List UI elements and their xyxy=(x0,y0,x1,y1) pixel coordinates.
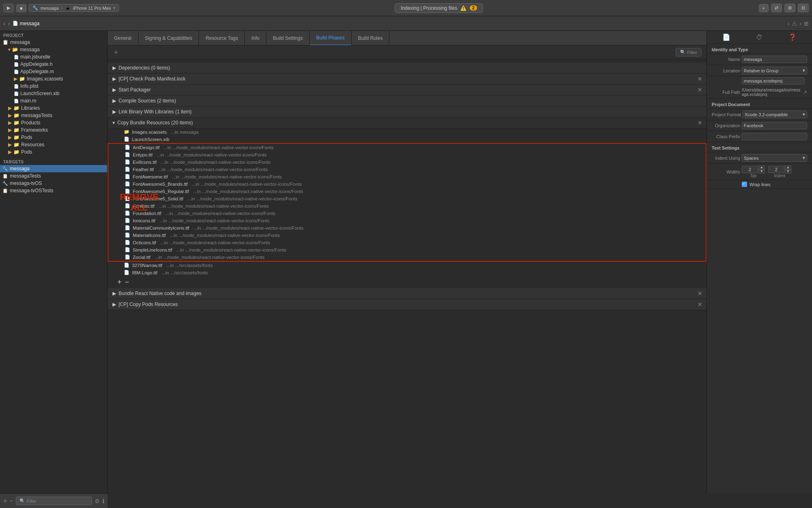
sidebar-settings-button[interactable]: ⚙ xyxy=(95,498,100,504)
sidebar-item-libraries[interactable]: ▶ 📁 Libraries xyxy=(0,104,107,112)
phase-dependencies[interactable]: ▶ Dependencies (0 items) xyxy=(108,63,706,74)
tab-general[interactable]: General xyxy=(108,31,138,46)
org-input[interactable] xyxy=(742,122,807,129)
bundle-item-foundation[interactable]: 📄 Foundation.ttf ...in .../node_modules/… xyxy=(108,210,706,217)
sidebar-item-main-m[interactable]: 📄 main.m xyxy=(0,97,107,104)
sidebar-item-resources[interactable]: ▶ 📁 Resources xyxy=(0,141,107,148)
indent-width-input[interactable] xyxy=(768,166,784,173)
bundle-item-antdesign[interactable]: 📄 AntDesign.ttf ...in .../node_modules/r… xyxy=(108,144,706,151)
inspector-button[interactable]: ⊟ xyxy=(798,4,809,12)
filename-input[interactable] xyxy=(742,77,805,85)
sidebar-item-messagatests-folder[interactable]: ▶ 📁 messagaTests xyxy=(0,112,107,119)
bundle-item-fontawesome[interactable]: 📄 FontAwesome.ttf ...in .../node_modules… xyxy=(108,173,706,180)
bundle-item-evilicons[interactable]: 📄 EvilIcons.ttf ...in .../node_modules/r… xyxy=(108,158,706,166)
sidebar-filter-input[interactable]: 🔍 Filter xyxy=(16,497,92,505)
sidebar-item-project[interactable]: 📋 messaga xyxy=(0,39,107,46)
phase-check-pods[interactable]: ▶ [CP] Check Pods Manifest.lock ✕ xyxy=(108,74,706,85)
sidebar-target-messaga[interactable]: 🔧 messaga xyxy=(0,165,107,172)
bundle-item-3270narrow[interactable]: 📄 3270Narrow.ttf ...in .../src/assets/fo… xyxy=(108,262,706,269)
filter-search-box[interactable]: 🔍 Filter xyxy=(676,48,702,56)
phase-close-start-packager[interactable]: ✕ xyxy=(698,87,702,93)
bundle-item-materialcommunity[interactable]: 📄 MaterialCommunityIcons.ttf ...in .../n… xyxy=(108,224,706,232)
nav-inspector-btn[interactable]: ⊞ xyxy=(804,20,809,27)
help-tab-button[interactable]: ❓ xyxy=(788,33,797,41)
phase-start-packager[interactable]: ▶ Start Packager ✕ xyxy=(108,85,706,96)
add-window-button[interactable]: + xyxy=(759,4,769,12)
nav-left-panel-toggle[interactable]: ‹ xyxy=(788,20,790,27)
sidebar-item-pods-folder[interactable]: ▶ 📁 Pods xyxy=(0,134,107,141)
tab-width-down-button[interactable]: ▼ xyxy=(758,169,765,174)
history-tab-button[interactable]: ⏱ xyxy=(756,33,762,41)
stop-button[interactable]: ■ xyxy=(16,4,26,12)
full-path-reveal-button[interactable]: ↗ xyxy=(803,89,807,95)
sidebar-target-tvostests[interactable]: 📋 messaga-tvOSTests xyxy=(0,187,107,194)
sidebar-item-images-xcassets[interactable]: ▶ 📁 Images.xcassets xyxy=(0,75,107,82)
format-dropdown[interactable]: Xcode 3.2-compatible ▾ xyxy=(743,111,807,118)
location-dropdown[interactable]: Relative to Group ▾ xyxy=(742,67,807,74)
bundle-item-ionicons[interactable]: 📄 Ionicons.ttf ...in .../node_modules/re… xyxy=(108,217,706,224)
add-phase-button[interactable]: + xyxy=(112,49,119,56)
remove-sidebar-item-button[interactable]: − xyxy=(9,497,13,505)
sidebar-target-tvos[interactable]: 🔧 messaga-tvOS xyxy=(0,180,107,187)
scheme-selector[interactable]: 🔧 messaga › 📱 iPhone 11 Pro Max ▾ xyxy=(29,4,119,12)
tab-resource-tags[interactable]: Resource Tags xyxy=(199,31,245,46)
add-bundle-resource-button[interactable]: + xyxy=(116,278,123,287)
sidebar-item-messaga-folder[interactable]: ▾ 📂 messaga xyxy=(0,46,107,53)
sidebar-item-appdelegate-h[interactable]: 📄 AppDelegate.h xyxy=(0,61,107,68)
bundle-item-materialicons[interactable]: 📄 MaterialIcons.ttf ...in .../node_modul… xyxy=(108,232,706,239)
bundle-item-entypo[interactable]: 📄 Entypo.ttf ...in .../node_modules/reac… xyxy=(108,151,706,158)
bundle-item-zocial[interactable]: 📄 Zocial.ttf ...in .../node_modules/reac… xyxy=(108,254,706,261)
nav-back-button[interactable]: ‹ xyxy=(3,20,5,27)
bundle-item-fontisto[interactable]: 📄 Fontisto.ttf ...in .../node_modules/re… xyxy=(108,202,706,210)
phase-bundle-react[interactable]: ▶ Bundle React Native code and images ✕ xyxy=(108,288,706,299)
bundle-item-ibmlogo[interactable]: 📄 IBM-Logo.ttf ...in .../src/assets/font… xyxy=(108,269,706,276)
nav-right-panel-toggle[interactable]: › xyxy=(799,20,801,27)
indent-width-down-button[interactable]: ▼ xyxy=(785,169,791,174)
tab-build-phases[interactable]: Build Phases xyxy=(310,31,352,46)
status-pill[interactable]: Indexing | Processing files ⚠️ 2 xyxy=(395,3,483,13)
indent-width-up-button[interactable]: ▲ xyxy=(785,165,791,169)
identity-tab-button[interactable]: 📄 xyxy=(722,33,730,41)
indent-width-stepper[interactable]: ▲ ▼ xyxy=(785,165,791,174)
view-toggle-button[interactable]: ⊞ xyxy=(784,4,795,12)
bundle-item-launchscreen[interactable]: 📄 LaunchScreen.xib xyxy=(108,136,706,143)
phase-close-bundle-react[interactable]: ✕ xyxy=(698,290,702,297)
sidebar-target-messagatests[interactable]: 📋 messagaTests xyxy=(0,172,107,180)
phase-close-copy-bundle[interactable]: ✕ xyxy=(698,119,702,126)
sidebar-item-products[interactable]: ▶ 📁 Products xyxy=(0,119,107,126)
name-input[interactable] xyxy=(742,56,807,63)
tab-width-up-button[interactable]: ▲ xyxy=(758,165,765,169)
phase-copy-bundle[interactable]: ▾ Copy Bundle Resources (20 items) ✕ xyxy=(108,117,706,128)
tab-width-stepper[interactable]: ▲ ▼ xyxy=(758,165,765,174)
play-button[interactable]: ▶ xyxy=(3,4,14,12)
sidebar-item-infoplist[interactable]: 📄 Info.plist xyxy=(0,82,107,90)
nav-warning-btn[interactable]: ⚠ xyxy=(792,20,797,27)
bundle-item-fontawesome5solid[interactable]: 📄 FontAwesome5_Solid.ttf ...in .../node_… xyxy=(108,195,706,202)
bundle-item-fontawesome5regular[interactable]: 📄 FontAwesome5_Regular.ttf ...in .../nod… xyxy=(108,188,706,195)
bundle-item-fontawesome5brands[interactable]: 📄 FontAwesome5_Brands.ttf ...in .../node… xyxy=(108,180,706,188)
sidebar-item-pods2[interactable]: ▶ 📁 Pods xyxy=(0,148,107,156)
phase-compile-sources[interactable]: ▶ Compile Sources (2 items) xyxy=(108,96,706,106)
remove-bundle-resource-button[interactable]: − xyxy=(123,278,131,287)
class-prefix-input[interactable] xyxy=(742,133,807,140)
tab-width-input[interactable] xyxy=(742,166,758,173)
phase-close-check-pods[interactable]: ✕ xyxy=(698,76,702,82)
bundle-item-feather[interactable]: 📄 Feather.ttf ...in .../node_modules/rea… xyxy=(108,166,706,173)
sidebar-item-appdelegate-m[interactable]: 📄 AppDelegate.m xyxy=(0,68,107,75)
wrap-lines-checkbox[interactable] xyxy=(742,182,747,187)
tab-build-rules[interactable]: Build Rules xyxy=(352,31,390,46)
sidebar-info-button[interactable]: ℹ xyxy=(102,498,104,504)
phase-copy-pods[interactable]: ▶ [CP] Copy Pods Resources ✕ xyxy=(108,299,706,310)
sidebar-item-main-jsbundle[interactable]: 📄 main.jsbundle xyxy=(0,53,107,61)
nav-arrows-button[interactable]: ⇄ xyxy=(771,4,782,12)
tab-build-settings[interactable]: Build Settings xyxy=(266,31,309,46)
phase-close-copy-pods[interactable]: ✕ xyxy=(698,301,702,308)
breadcrumb-label[interactable]: messaga xyxy=(20,21,40,26)
phase-link-binary[interactable]: ▶ Link Binary With Libraries (1 item) xyxy=(108,106,706,117)
bundle-item-octicons[interactable]: 📄 Octicons.ttf ...in .../node_modules/re… xyxy=(108,239,706,246)
sidebar-item-launchscreen[interactable]: 📄 LaunchScreen.xib xyxy=(0,90,107,97)
nav-forward-button[interactable]: › xyxy=(8,20,10,27)
add-sidebar-item-button[interactable]: + xyxy=(3,497,7,505)
indent-using-dropdown[interactable]: Spaces ▾ xyxy=(742,154,807,162)
tab-signing[interactable]: Signing & Capabilities xyxy=(138,31,199,46)
